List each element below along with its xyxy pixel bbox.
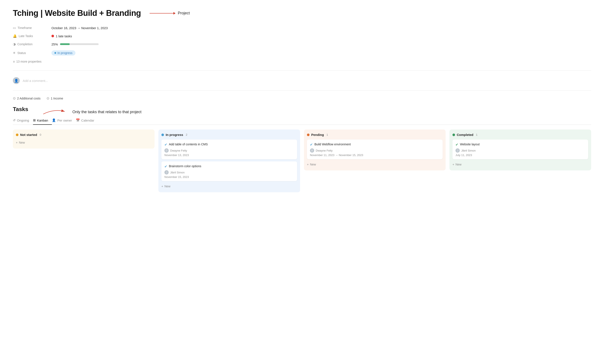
- pie-icon: ◑: [13, 42, 16, 46]
- col-completed: Completed 1 ✔ Website layout J Jibril Si…: [450, 129, 591, 170]
- col-in-progress: In progress 2 ✔ Add table of contents in…: [158, 129, 300, 192]
- tasks-annotation-text: Only the tasks that relates to that proj…: [73, 110, 141, 114]
- completion-bar: [60, 43, 99, 45]
- col-pending-header: Pending 1: [307, 133, 443, 137]
- income-icon: ⊙: [47, 96, 49, 100]
- status-row: ✳ Status In progress: [13, 48, 591, 58]
- task-meta-webflow: D Dwayne Felty: [310, 148, 440, 153]
- divider-2: [13, 90, 591, 91]
- bell-icon: 🔔: [13, 34, 17, 38]
- properties-section: ▭ Timeframe October 16, 2023 → November …: [13, 24, 591, 65]
- more-properties-toggle[interactable]: ∨ 13 more properties: [13, 58, 591, 65]
- status-value: In progress: [51, 50, 76, 56]
- chevron-down-icon: ∨: [13, 60, 15, 63]
- check-icon-color: ✔: [164, 164, 167, 168]
- timeframe-row: ▭ Timeframe October 16, 2023 → November …: [13, 24, 591, 32]
- pending-count: 1: [327, 133, 328, 136]
- not-started-dot: [16, 134, 18, 136]
- project-annotation: Project: [150, 11, 190, 15]
- divider-1: [13, 71, 591, 71]
- in-progress-count: 2: [186, 133, 187, 136]
- task-meta-color: J Jibril Simon: [164, 170, 294, 175]
- completion-value: 25%: [51, 42, 99, 46]
- comment-area[interactable]: 👤 Add a comment...: [13, 74, 591, 87]
- task-name-webflow: ✔ Build Webflow environment: [310, 143, 440, 147]
- task-name-cms: ✔ Add table of contents in CMS: [164, 143, 294, 147]
- col-not-started: Not started 0 + New: [13, 129, 154, 149]
- plus-icon: +: [16, 141, 18, 144]
- in-progress-new-btn[interactable]: + New: [161, 183, 297, 189]
- not-started-title: Not started: [20, 133, 37, 137]
- task-card-layout[interactable]: ✔ Website layout J Jibril Simon July 11,…: [453, 139, 588, 159]
- task-card-webflow[interactable]: ✔ Build Webflow environment D Dwayne Fel…: [307, 139, 443, 159]
- task-date-webflow: November 11, 2023 → November 15, 2023: [310, 153, 440, 157]
- timeframe-label: ▭ Timeframe: [13, 26, 51, 30]
- status-dot: [54, 52, 56, 54]
- task-card-color[interactable]: ✔ Brainstorm color options J Jibril Simo…: [161, 162, 297, 181]
- tasks-section: Tasks Only the tasks that relates to tha…: [13, 106, 591, 192]
- avatar-jibril-2: J: [455, 148, 460, 153]
- late-tasks-value: 1 late tasks: [51, 34, 72, 38]
- cost-income-row: ⊙ 2 Additional costs ⊙ 1 Income: [13, 94, 591, 104]
- in-progress-title: In progress: [166, 133, 183, 137]
- tasks-tabs: ↺ Ongoing ⊞ Kanban 👤 Per owner 📅 Calenda…: [13, 116, 591, 125]
- status-label: ✳ Status: [13, 51, 51, 55]
- cost-icon: ⊙: [13, 96, 16, 100]
- comment-placeholder[interactable]: Add a comment...: [23, 79, 48, 83]
- tab-ongoing[interactable]: ↺ Ongoing: [13, 116, 33, 125]
- page-header: Tching | Website Build + Branding Projec…: [13, 9, 591, 18]
- kanban-board: Not started 0 + New In progress 2 ✔ Add …: [13, 129, 591, 192]
- status-badge[interactable]: In progress: [51, 50, 76, 56]
- task-card-cms[interactable]: ✔ Add table of contents in CMS D Dwayne …: [161, 139, 297, 159]
- tasks-title: Tasks: [13, 106, 28, 113]
- pending-dot: [307, 134, 310, 136]
- task-date-cms: November 13, 2023: [164, 153, 294, 157]
- avatar-dwayne: D: [164, 148, 169, 153]
- check-icon-webflow: ✔: [310, 143, 313, 147]
- kanban-icon: ⊞: [33, 118, 36, 122]
- completed-new-btn[interactable]: + New: [453, 162, 588, 167]
- avatar-jibril: J: [164, 170, 169, 175]
- plus-icon-2: +: [161, 185, 163, 188]
- completion-fill: [60, 43, 70, 45]
- pending-new-btn[interactable]: + New: [307, 162, 443, 167]
- check-icon-layout: ✔: [455, 143, 458, 147]
- check-icon-cms: ✔: [164, 143, 167, 147]
- status-icon: ✳: [13, 51, 16, 55]
- plus-icon-4: +: [453, 163, 454, 166]
- per-owner-icon: 👤: [52, 118, 56, 122]
- late-tasks-label: 🔔 Late Tasks: [13, 34, 51, 38]
- task-meta-layout: J Jibril Simon: [455, 148, 585, 153]
- late-tasks-row: 🔔 Late Tasks 1 late tasks: [13, 32, 591, 40]
- col-not-started-header: Not started 0: [16, 133, 151, 137]
- completed-count: 1: [476, 133, 478, 136]
- col-pending: Pending 1 ✔ Build Webflow environment D …: [304, 129, 446, 170]
- tab-per-owner[interactable]: 👤 Per owner: [52, 116, 76, 125]
- tasks-annotation: Only the tasks that relates to that proj…: [41, 108, 141, 116]
- additional-costs[interactable]: ⊙ 2 Additional costs: [13, 96, 40, 100]
- completed-title: Completed: [457, 133, 474, 137]
- calendar-tab-icon: 📅: [76, 118, 80, 122]
- tasks-arrow-icon: [41, 108, 67, 116]
- not-started-new-btn[interactable]: + New: [16, 139, 151, 146]
- tab-calendar[interactable]: 📅 Calendar: [76, 116, 98, 125]
- arrow-icon: [150, 13, 175, 13]
- completion-label: ◑ Completion: [13, 42, 51, 46]
- not-started-count: 0: [40, 133, 41, 136]
- task-date-layout: July 11, 2023: [455, 153, 585, 157]
- plus-icon-3: +: [307, 163, 309, 166]
- task-name-color: ✔ Brainstorm color options: [164, 164, 294, 168]
- in-progress-dot: [161, 134, 164, 136]
- task-name-layout: ✔ Website layout: [455, 143, 585, 147]
- income[interactable]: ⊙ 1 Income: [47, 96, 63, 100]
- completion-row: ◑ Completion 25%: [13, 40, 591, 48]
- avatar: 👤: [13, 77, 20, 84]
- col-in-progress-header: In progress 2: [161, 133, 297, 137]
- ongoing-icon: ↺: [13, 118, 16, 122]
- page-title: Tching | Website Build + Branding: [13, 9, 141, 18]
- late-dot: [51, 35, 54, 37]
- project-label: Project: [178, 11, 190, 15]
- avatar-dwayne-2: D: [310, 148, 314, 153]
- completed-dot: [453, 134, 455, 136]
- tab-kanban[interactable]: ⊞ Kanban: [33, 116, 52, 125]
